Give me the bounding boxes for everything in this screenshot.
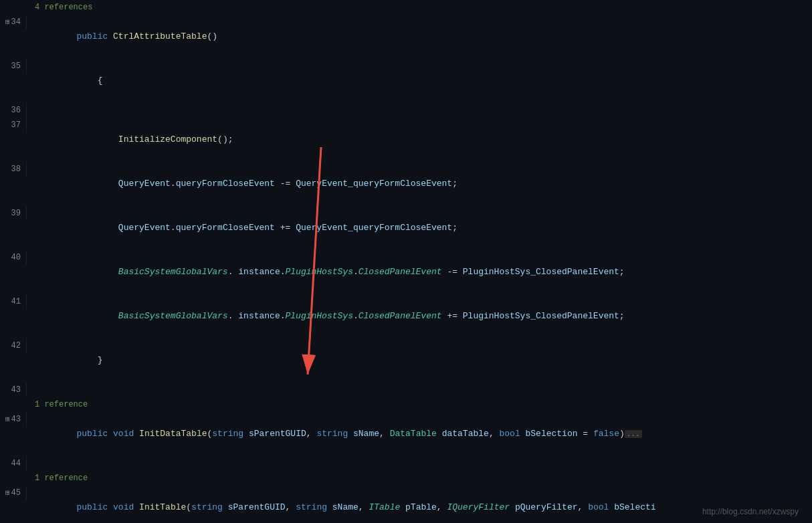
line-number: 43 — [0, 383, 27, 397]
line-ref-2: 1 reference — [0, 397, 812, 412]
line-blank-1: 43 — [0, 383, 812, 397]
line-content: public void InitTable(string sParentGUID… — [32, 486, 812, 523]
line-number: ⊞45 — [0, 486, 27, 500]
line-content: InitializeComponent(); — [32, 118, 812, 162]
line-ref-1: 4 references — [0, 0, 812, 15]
line-number: 42 — [0, 338, 27, 353]
expand-icon[interactable]: ⊞ — [5, 412, 10, 427]
line-45: ⊞45 public void InitTable(string sParent… — [0, 486, 812, 523]
keyword-public: public — [76, 31, 108, 41]
watermark: http://blog.csdn.net/xzwspy — [702, 507, 799, 516]
line-content: BasicSystemGlobalVars. instance.PluginHo… — [32, 294, 812, 338]
line-content: } — [32, 338, 812, 383]
method-call: InitializeComponent — [118, 134, 217, 144]
reference-count: 4 references — [32, 0, 812, 15]
line-number: 36 — [0, 103, 27, 118]
line-43: ⊞43 public void InitDataTable(string sPa… — [0, 412, 812, 456]
line-number: ⊞34 — [0, 15, 27, 29]
line-ref-3: 1 reference — [0, 471, 812, 486]
line-42: 42 } — [0, 338, 812, 383]
line-content: QueryEvent.queryFormCloseEvent -= QueryE… — [32, 162, 812, 206]
line-content: public CtrlAttributeTable() — [32, 15, 812, 59]
line-blank-2: 44 — [0, 456, 812, 471]
line-content: QueryEvent.queryFormCloseEvent += QueryE… — [32, 206, 812, 250]
code-lines: 4 references ⊞34 public CtrlAttributeTab… — [0, 0, 812, 523]
line-34: ⊞34 public CtrlAttributeTable() — [0, 15, 812, 59]
line-content: BasicSystemGlobalVars. instance.PluginHo… — [32, 250, 812, 294]
line-number: 40 — [0, 250, 27, 265]
line-number: 39 — [0, 206, 27, 221]
reference-count: 1 reference — [32, 471, 812, 486]
line-35: 35 { — [0, 59, 812, 103]
code-editor: 4 references ⊞34 public CtrlAttributeTab… — [0, 0, 812, 523]
line-40: 40 BasicSystemGlobalVars. instance.Plugi… — [0, 250, 812, 294]
class-ref: QueryEvent — [118, 179, 171, 189]
expand-icon[interactable]: ⊞ — [5, 486, 10, 500]
line-36: 36 — [0, 103, 812, 118]
line-number: ⊞43 — [0, 412, 27, 427]
line-37: 37 InitializeComponent(); — [0, 118, 812, 162]
line-content: public void InitDataTable(string sParent… — [32, 412, 812, 456]
italic-class: BasicSystemGlobalVars — [118, 267, 228, 277]
line-content: { — [32, 59, 812, 103]
line-39: 39 QueryEvent.queryFormCloseEvent += Que… — [0, 206, 812, 250]
method-name: CtrlAttributeTable — [113, 31, 207, 41]
line-number: 35 — [0, 59, 27, 74]
expand-icon[interactable]: ⊞ — [5, 15, 10, 29]
reference-count: 1 reference — [32, 397, 812, 412]
line-number: 41 — [0, 294, 27, 309]
line-number: 44 — [0, 456, 27, 471]
collapsed-indicator[interactable]: ... — [625, 430, 642, 438]
line-38: 38 QueryEvent.queryFormCloseEvent -= Que… — [0, 162, 812, 206]
line-number: 38 — [0, 162, 27, 177]
line-number: 37 — [0, 118, 27, 132]
line-41: 41 BasicSystemGlobalVars. instance.Plugi… — [0, 294, 812, 338]
